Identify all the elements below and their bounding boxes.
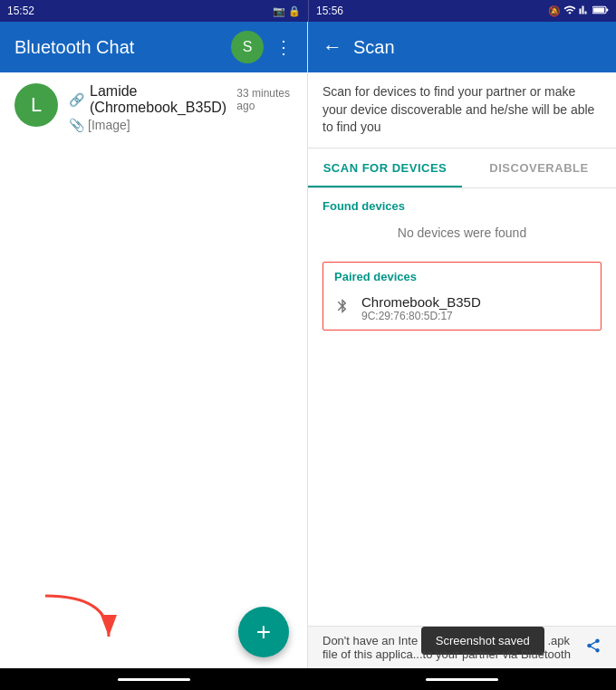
chat-name-row: 🔗 Lamide (Chromebook_B35D) 33 minutes ag… (69, 83, 293, 116)
signal-icon (579, 4, 590, 18)
nav-line-right (426, 678, 498, 681)
scan-description: Scan for devices to find your partner or… (308, 72, 616, 149)
battery-icon (592, 5, 609, 17)
device-item[interactable]: Chromebook_B35D 9C:29:76:80:5D:17 (323, 287, 601, 330)
chat-name: Lamide (Chromebook_B35D) (90, 83, 231, 116)
wifi-icon (563, 4, 576, 18)
nav-left (0, 668, 308, 690)
bluetooth-icon (334, 298, 351, 319)
bottom-bar: Don't have an Inte Screenshot saved .apk… (308, 626, 616, 668)
status-bar-right: 15:56 🔕 (308, 0, 616, 22)
device-info: Chromebook_B35D 9C:29:76:80:5D:17 (361, 294, 481, 322)
paired-devices-title: Paired devices (323, 263, 601, 287)
scan-tabs: SCAN FOR DEVICES DISCOVERABLE (308, 149, 616, 188)
device-name: Chromebook_B35D (361, 294, 481, 310)
more-icon[interactable]: ⋮ (274, 36, 293, 58)
share-icon[interactable] (585, 637, 602, 658)
device-mac: 9C:29:76:80:5D:17 (361, 310, 481, 322)
avatar-s[interactable]: S (231, 31, 264, 63)
left-header: Bluetooth Chat S ⋮ (0, 22, 307, 72)
mute-icon: 🔕 (548, 5, 561, 17)
right-header: ← Scan (308, 22, 616, 72)
arrow-indicator (27, 587, 136, 659)
status-bar-left: 15:52 📷 🔒 (0, 0, 308, 22)
back-button[interactable]: ← (322, 35, 342, 59)
fab-area: + (0, 596, 307, 668)
nav-line-left (118, 678, 190, 681)
found-devices-section: Found devices No devices were found (308, 188, 616, 254)
chat-info: 🔗 Lamide (Chromebook_B35D) 33 minutes ag… (69, 83, 293, 132)
tab-scan-for-devices[interactable]: SCAN FOR DEVICES (308, 149, 462, 187)
svg-rect-2 (606, 9, 608, 12)
attachment-icon: 📎 (69, 118, 84, 132)
status-bar: 15:52 📷 🔒 15:56 🔕 (0, 0, 616, 22)
screenshot-icon: 📷 (273, 5, 285, 17)
found-devices-title: Found devices (308, 188, 616, 218)
right-panel: ← Scan Scan for devices to find your par… (308, 22, 616, 668)
fab-button[interactable]: + (238, 607, 289, 657)
right-time: 15:56 (316, 5, 343, 17)
scan-content: Found devices No devices were found Pair… (308, 188, 616, 626)
screenshot-toast: Screenshot saved (421, 627, 544, 655)
chat-avatar: L (14, 83, 58, 127)
chat-time: 33 minutes ago (236, 87, 293, 112)
nav-bar (0, 668, 616, 690)
svg-rect-1 (593, 7, 604, 12)
left-time: 15:52 (7, 5, 34, 17)
link-icon: 🔗 (69, 92, 84, 107)
chat-preview: 📎 [Image] (69, 118, 293, 132)
left-status-icons: 📷 🔒 (273, 5, 301, 17)
tab-discoverable[interactable]: DISCOVERABLE (462, 149, 616, 187)
chat-list: L 🔗 Lamide (Chromebook_B35D) 33 minutes … (0, 72, 307, 596)
paired-devices-section: Paired devices Chromebook_B35D 9C:29:76:… (322, 262, 602, 331)
app-title: Bluetooth Chat (14, 37, 220, 58)
sim-icon: 🔒 (288, 5, 301, 17)
left-panel: Bluetooth Chat S ⋮ L 🔗 Lamide (Chromeboo… (0, 22, 308, 668)
nav-right (308, 668, 616, 690)
right-status-icons: 🔕 (548, 4, 609, 18)
scan-title: Scan (353, 37, 395, 58)
bottom-bar-text: Don't have an Inte Screenshot saved .apk… (322, 634, 578, 661)
no-devices-text: No devices were found (308, 218, 616, 254)
chat-item[interactable]: L 🔗 Lamide (Chromebook_B35D) 33 minutes … (0, 72, 307, 143)
main-content: Bluetooth Chat S ⋮ L 🔗 Lamide (Chromeboo… (0, 22, 616, 668)
